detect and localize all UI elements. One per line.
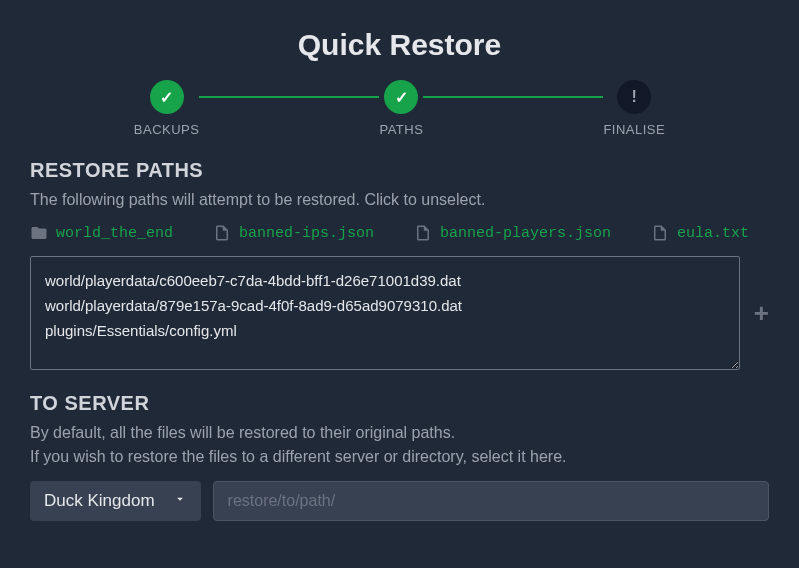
- restore-paths-heading: RESTORE PATHS: [30, 159, 769, 182]
- to-server-heading: TO SERVER: [30, 392, 769, 415]
- to-server-description: By default, all the files will be restor…: [30, 421, 769, 469]
- add-path-button[interactable]: +: [754, 298, 769, 329]
- server-select[interactable]: Duck Kingdom: [30, 481, 201, 521]
- step-label: BACKUPS: [134, 122, 200, 137]
- server-select-value: Duck Kingdom: [44, 491, 155, 511]
- paths-grid: world_the_end banned-ips.json banned-pla…: [30, 224, 769, 242]
- restore-path-input[interactable]: [213, 481, 769, 521]
- path-item[interactable]: world_the_end: [30, 224, 173, 242]
- step-label: FINALISE: [603, 122, 665, 137]
- file-icon: [414, 224, 432, 242]
- path-name: banned-ips.json: [239, 225, 374, 242]
- check-icon: [150, 80, 184, 114]
- file-icon: [213, 224, 231, 242]
- folder-icon: [30, 224, 48, 242]
- path-name: world_the_end: [56, 225, 173, 242]
- page-title: Quick Restore: [30, 28, 769, 62]
- stepper: BACKUPS PATHS FINALISE: [30, 80, 769, 137]
- step-label: PATHS: [379, 122, 423, 137]
- file-icon: [651, 224, 669, 242]
- step-backups[interactable]: BACKUPS: [134, 80, 200, 137]
- path-item[interactable]: banned-ips.json: [213, 224, 374, 242]
- textarea-row: +: [30, 256, 769, 370]
- to-server-desc-line1: By default, all the files will be restor…: [30, 424, 455, 441]
- path-name: eula.txt: [677, 225, 749, 242]
- path-item[interactable]: banned-players.json: [414, 224, 611, 242]
- server-row: Duck Kingdom: [30, 481, 769, 521]
- path-item[interactable]: eula.txt: [651, 224, 749, 242]
- path-name: banned-players.json: [440, 225, 611, 242]
- restore-paths-description: The following paths will attempt to be r…: [30, 188, 769, 212]
- step-paths[interactable]: PATHS: [379, 80, 423, 137]
- step-finalise[interactable]: FINALISE: [603, 80, 665, 137]
- step-connector: [423, 96, 603, 98]
- to-server-desc-line2: If you wish to restore the files to a di…: [30, 448, 567, 465]
- check-icon: [384, 80, 418, 114]
- step-connector: [199, 96, 379, 98]
- exclaim-icon: [617, 80, 651, 114]
- additional-paths-textarea[interactable]: [30, 256, 740, 370]
- chevron-down-icon: [173, 491, 187, 511]
